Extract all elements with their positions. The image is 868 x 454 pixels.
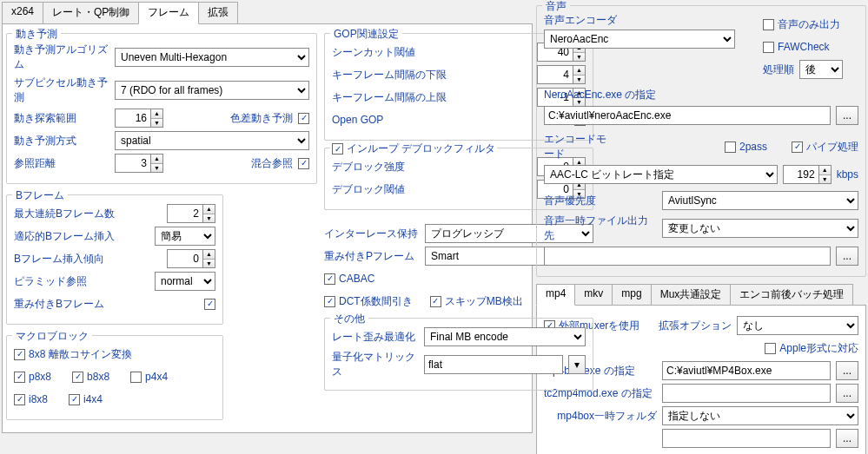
audio-tempdir-input[interactable]	[544, 247, 831, 266]
skip-mb-checkbox[interactable]: スキップMB検出	[430, 294, 523, 309]
mixref-checkbox[interactable]	[298, 158, 309, 169]
audio-encoder-select[interactable]: NeroAacEnc	[544, 30, 735, 49]
mp4box-temp-browse-button[interactable]: ...	[836, 429, 858, 448]
max-keyint-label: キーフレーム間隔の上限	[332, 90, 532, 105]
mux-tab-mkv[interactable]: mkv	[574, 284, 613, 305]
maxb-label: 最大連続Bフレーム数	[14, 207, 162, 221]
tc2mp4-exe-browse-button[interactable]: ...	[836, 384, 858, 403]
mp4box-exe-input[interactable]	[662, 361, 831, 380]
open-gop-label: Open GOP	[332, 114, 569, 126]
proc-order-select[interactable]: 後	[799, 60, 843, 79]
dct-decimate-checkbox[interactable]: DCT係数間引き	[324, 294, 413, 309]
twopass-checkbox[interactable]: 2pass	[725, 141, 767, 153]
adaptive-b-select[interactable]: 簡易	[155, 227, 215, 246]
rdo-select[interactable]: Final MB encode	[424, 327, 586, 346]
motion-method-label: 動き予測方式	[14, 134, 109, 148]
bbias-spinner[interactable]: ▲▼	[167, 249, 215, 268]
subpixel-select[interactable]: 7 (RDO for all frames)	[115, 81, 309, 100]
audio-tempdir-label: 音声一時ファイル出力先	[544, 214, 657, 243]
other-legend: その他	[330, 312, 368, 326]
i4x4-checkbox[interactable]: i4x4	[69, 393, 103, 405]
mux-tab-common[interactable]: Mux共通設定	[651, 284, 732, 305]
cabac-checkbox[interactable]: CABAC	[324, 273, 374, 285]
audio-exe-browse-button[interactable]: ...	[836, 106, 858, 125]
pyramid-label: ピラミッド参照	[14, 274, 149, 289]
tab-extension[interactable]: 拡張	[198, 2, 238, 23]
bframe-legend: Bフレーム	[12, 188, 68, 203]
maxb-spinner[interactable]: ▲▼	[167, 204, 215, 223]
extopt-select[interactable]: なし	[737, 316, 858, 335]
p8x8-checkbox[interactable]: p8x8	[14, 371, 51, 383]
adaptive-b-label: 適応的Bフレーム挿入	[14, 229, 149, 244]
apple-format-checkbox[interactable]: Apple形式に対応	[765, 341, 858, 356]
audio-priority-label: 音声優先度	[544, 194, 657, 208]
mp4box-temp-label: mp4box一時フォルダ	[544, 409, 657, 424]
motion-method-select[interactable]: spatial	[115, 131, 309, 150]
b8x8-checkbox[interactable]: b8x8	[72, 371, 109, 383]
audio-tempdir-select[interactable]: 変更しない	[662, 219, 858, 238]
bframe-group: Bフレーム 最大連続Bフレーム数 ▲▼ 適応的Bフレーム挿入 簡易	[6, 194, 223, 325]
scenecut-label: シーンカット閾値	[332, 45, 532, 60]
motion-algo-select[interactable]: Uneven Multi-Hexagon	[115, 48, 309, 67]
motion-algo-label: 動き予測アルゴリズム	[14, 43, 109, 72]
audio-exe-label: NeroAacEnc.exe の指定	[544, 88, 858, 102]
proc-order-label: 処理順	[763, 63, 794, 77]
audio-only-checkbox[interactable]: 音声のみ出力	[763, 17, 840, 32]
mp4box-exe-browse-button[interactable]: ...	[836, 361, 858, 380]
mp4box-temp-select[interactable]: 指定しない	[662, 406, 858, 425]
deblock-strength-label: デブロック強度	[332, 160, 532, 174]
pyramid-select[interactable]: normal	[155, 272, 215, 291]
chroma-me-checkbox[interactable]	[298, 113, 309, 124]
tab-frame[interactable]: フレーム	[138, 2, 199, 24]
mp4box-temp-input[interactable]	[662, 429, 831, 448]
mux-tab-mpg[interactable]: mpg	[612, 284, 651, 305]
qmat-input[interactable]	[424, 355, 563, 374]
other-group: その他 レート歪み最適化 Final MB encode 量子化マトリックス ▾	[324, 318, 593, 391]
chroma-me-label: 色差動き予測	[230, 111, 293, 126]
subpixel-label: サブピクセル動き予測	[14, 76, 109, 105]
weightb-checkbox[interactable]	[204, 299, 215, 310]
i8x8-checkbox[interactable]: i8x8	[14, 393, 48, 405]
fawcheck-checkbox[interactable]: FAWCheck	[763, 41, 830, 53]
tab-x264[interactable]: x264	[2, 2, 43, 23]
audio-encoder-label: 音声エンコーダ	[544, 13, 763, 28]
enc-mode-label: エンコードモード	[544, 132, 613, 161]
audio-bitrate-spinner[interactable]: ▲▼	[783, 165, 832, 184]
audio-legend: 音声	[542, 0, 570, 14]
qmat-label: 量子化マトリックス	[332, 350, 419, 379]
audio-priority-select[interactable]: AviutlSync	[662, 191, 858, 210]
audio-tempdir-browse-button[interactable]: ...	[836, 247, 858, 266]
min-keyint-label: キーフレーム間隔の下限	[332, 68, 532, 82]
motion-range-label: 動き探索範囲	[14, 111, 109, 126]
bitrate-unit: kbps	[837, 168, 858, 181]
rdo-label: レート歪み最適化	[332, 330, 419, 345]
motion-legend: 動き予測	[12, 27, 61, 42]
motion-group: 動き予測 動き予測アルゴリズム Uneven Multi-Hexagon サブピ…	[6, 33, 317, 184]
bbias-label: Bフレーム挿入傾向	[14, 252, 162, 266]
gop-legend: GOP関連設定	[330, 27, 402, 42]
inloop-deblock-checkbox[interactable]: インループ デブロックフィルタ	[332, 141, 495, 156]
pipe-checkbox[interactable]: パイプ処理	[792, 140, 858, 155]
refdist-label: 参照距離	[14, 156, 109, 171]
refdist-spinner[interactable]: ▲▼	[115, 154, 163, 173]
qmat-dropdown-button[interactable]: ▾	[568, 355, 586, 374]
macroblock-group: マクロブロック 8x8 離散コサイン変換 p8x8 b8x8 p4x4 i8x8…	[6, 335, 223, 420]
left-tabs: x264 レート・QP制御 フレーム 拡張	[2, 2, 533, 24]
mixref-label: 混合参照	[251, 156, 293, 171]
dct8-checkbox[interactable]: 8x8 離散コサイン変換	[14, 347, 132, 362]
p4x4-checkbox[interactable]: p4x4	[130, 371, 168, 383]
mux-tab-batch[interactable]: エンコ前後バッチ処理	[730, 284, 853, 305]
audio-group: 音声 音声エンコーダ NeroAacEnc 音声のみ出力 FAWCheck 処理…	[536, 5, 866, 277]
weightb-label: 重み付きBフレーム	[14, 297, 199, 312]
interlace-label: インターレース保持	[324, 227, 420, 241]
enc-mode-select[interactable]: AAC-LC ビットレート指定	[544, 165, 778, 184]
frame-tab-body: 動き予測 動き予測アルゴリズム Uneven Multi-Hexagon サブピ…	[2, 24, 533, 433]
tc2mp4-exe-input[interactable]	[662, 384, 831, 403]
motion-range-spinner[interactable]: ▲▼	[115, 109, 163, 128]
extopt-label: 拡張オプション	[659, 319, 732, 333]
audio-exe-input[interactable]	[544, 106, 831, 125]
weightp-label: 重み付きPフレーム	[324, 249, 420, 264]
tab-rate-qp[interactable]: レート・QP制御	[43, 2, 139, 23]
mux-tab-mp4[interactable]: mp4	[536, 284, 575, 306]
macroblock-legend: マクロブロック	[12, 329, 92, 344]
